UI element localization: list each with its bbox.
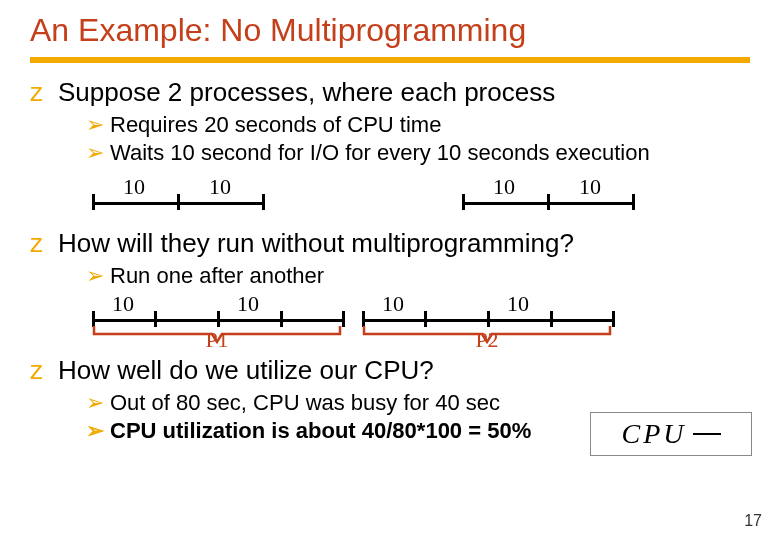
arrow-icon: ➢	[86, 392, 110, 414]
bullet-icon: z	[30, 77, 58, 108]
timeline-both-processes: 10 10 10 10 P1 P2	[92, 291, 732, 351]
timeline-segment-label: 10	[382, 291, 404, 317]
fraction-bar-icon	[693, 433, 721, 435]
timeline-segment-label: 10	[123, 174, 145, 200]
page-number: 17	[744, 512, 762, 530]
timeline-tick	[462, 194, 465, 210]
slide: An Example: No Multiprogramming z Suppos…	[0, 0, 780, 540]
bullet-1: z Suppose 2 processes, where each proces…	[30, 77, 750, 108]
timeline-tick	[342, 311, 345, 327]
arrow-icon: ➢	[86, 114, 110, 136]
timeline-tick	[92, 194, 95, 210]
timeline-tick	[547, 194, 550, 210]
title-rule	[30, 57, 750, 63]
timeline-tick	[612, 311, 615, 327]
timeline-single-process: 10 10 10 10	[92, 174, 732, 214]
timeline-tick	[262, 194, 265, 210]
bullet-2: z How will they run without multiprogram…	[30, 228, 750, 259]
arrow-icon: ➢	[86, 420, 110, 442]
process-label-p1: P1	[205, 327, 228, 353]
bullet-1-text: Suppose 2 processes, where each process	[58, 77, 555, 108]
cpu-equation-box: CPU	[590, 412, 752, 456]
process-label-p2: P2	[475, 327, 498, 353]
timeline-segment-label: 10	[209, 174, 231, 200]
bullet-icon: z	[30, 355, 58, 386]
timeline-segment-label: 10	[579, 174, 601, 200]
bullet-3-text: How well do we utilize our CPU?	[58, 355, 434, 386]
timeline-segment-label: 10	[237, 291, 259, 317]
timeline-tick	[632, 194, 635, 210]
bullet-1-sub-1-text: Requires 20 seconds of CPU time	[110, 112, 441, 138]
timeline-tick	[177, 194, 180, 210]
bullet-2-sub-1: ➢ Run one after another	[86, 263, 750, 289]
bullet-2-sub-1-text: Run one after another	[110, 263, 324, 289]
bullet-1-sub-2-text: Waits 10 second for I/O for every 10 sec…	[110, 140, 650, 166]
cpu-equation-text: CPU	[622, 418, 687, 450]
arrow-icon: ➢	[86, 142, 110, 164]
bullet-3-sub-2-text: CPU utilization is about 40/80*100 = 50%	[110, 418, 531, 444]
timeline-segment-label: 10	[493, 174, 515, 200]
bullet-1-sub-1: ➢ Requires 20 seconds of CPU time	[86, 112, 750, 138]
bullet-3: z How well do we utilize our CPU?	[30, 355, 750, 386]
timeline-segment-label: 10	[112, 291, 134, 317]
bullet-1-sub-2: ➢ Waits 10 second for I/O for every 10 s…	[86, 140, 750, 166]
slide-title: An Example: No Multiprogramming	[30, 12, 750, 49]
timeline-segment-label: 10	[507, 291, 529, 317]
bullet-2-text: How will they run without multiprogrammi…	[58, 228, 574, 259]
bullet-3-sub-1-text: Out of 80 sec, CPU was busy for 40 sec	[110, 390, 500, 416]
bullet-icon: z	[30, 228, 58, 259]
arrow-icon: ➢	[86, 265, 110, 287]
